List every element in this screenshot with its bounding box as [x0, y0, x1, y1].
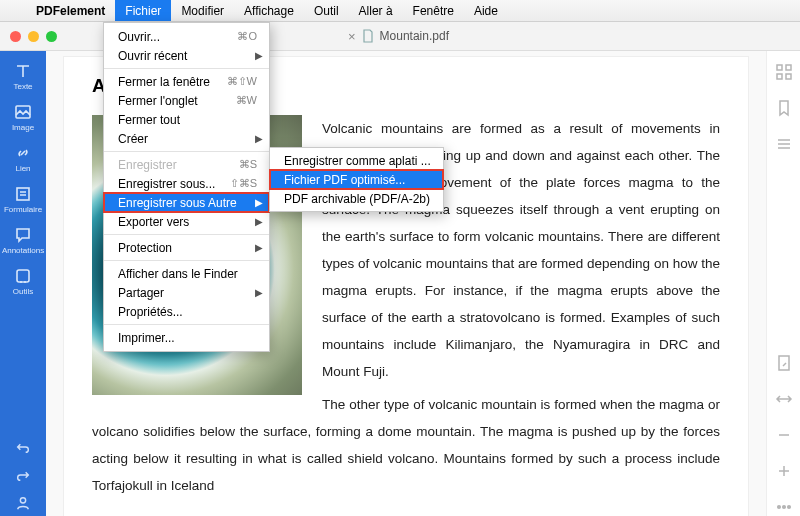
text-icon [14, 62, 32, 80]
menu-item-label: Enregistrer sous Autre [118, 196, 257, 210]
menu-item[interactable]: Ouvrir...⌘O [104, 27, 269, 46]
annotations-icon [14, 226, 32, 244]
form-icon [14, 185, 32, 203]
file-menu-dropdown: Ouvrir...⌘OOuvrir récent▶Fermer la fenêt… [103, 22, 270, 352]
menu-shortcut: ⌘W [236, 94, 257, 107]
menu-item-label: Afficher dans le Finder [118, 267, 257, 281]
svg-rect-4 [777, 65, 782, 70]
submenu-item[interactable]: Fichier PDF optimisé... [270, 170, 443, 189]
menu-fenetre[interactable]: Fenêtre [403, 0, 464, 21]
sidebar-item-texte[interactable]: Texte [3, 57, 43, 96]
save-as-other-submenu: Enregistrer comme aplati ...Fichier PDF … [269, 147, 444, 212]
right-panel-strip [766, 51, 800, 516]
mac-menubar: PDFelement Fichier Modifier Affichage Ou… [0, 0, 800, 22]
menu-shortcut: ⌘S [239, 158, 257, 171]
svg-rect-1 [17, 188, 29, 200]
menu-item[interactable]: Fermer la fenêtre⌘⇧W [104, 72, 269, 91]
menu-item[interactable]: Partager▶ [104, 283, 269, 302]
svg-point-11 [787, 506, 790, 509]
sidebar-item-label: Formulaire [4, 205, 42, 214]
zoom-in-icon[interactable] [775, 462, 793, 480]
menu-item-label: Exporter vers [118, 215, 257, 229]
zoom-window-button[interactable] [46, 31, 57, 42]
svg-point-10 [782, 506, 785, 509]
submenu-item[interactable]: PDF archivable (PDF/A-2b) [270, 189, 443, 208]
menu-item[interactable]: Enregistrer sous Autre▶ [104, 193, 269, 212]
menu-item-label: Protection [118, 241, 257, 255]
svg-point-3 [20, 498, 25, 503]
link-icon [14, 144, 32, 162]
bookmark-icon[interactable] [775, 99, 793, 117]
minimize-window-button[interactable] [28, 31, 39, 42]
sidebar-item-label: Annotations [2, 246, 44, 255]
image-icon [14, 103, 32, 121]
sidebar-item-annotations[interactable]: Annotations [3, 221, 43, 260]
sidebar-item-lien[interactable]: Lien [3, 139, 43, 178]
submenu-arrow-icon: ▶ [255, 216, 263, 227]
menu-shortcut: ⌘⇧W [227, 75, 257, 88]
svg-rect-7 [786, 74, 791, 79]
menu-shortcut: ⌘O [237, 30, 257, 43]
submenu-arrow-icon: ▶ [255, 287, 263, 298]
sidebar-item-label: Lien [15, 164, 30, 173]
outline-icon[interactable] [775, 135, 793, 153]
menu-shortcut: ⇧⌘S [230, 177, 257, 190]
menu-aide[interactable]: Aide [464, 0, 508, 21]
app-name[interactable]: PDFelement [26, 4, 115, 18]
menu-item[interactable]: Protection▶ [104, 238, 269, 257]
menu-item-label: Fermer tout [118, 113, 257, 127]
menu-item[interactable]: Afficher dans le Finder [104, 264, 269, 283]
page-nav-icon[interactable] [775, 354, 793, 372]
close-tab-icon[interactable]: × [348, 29, 356, 44]
left-sidebar: Texte Image Lien Formulaire Annotations … [0, 51, 46, 516]
file-icon [362, 29, 374, 43]
svg-rect-6 [777, 74, 782, 79]
menu-item-label: Enregistrer [118, 158, 239, 172]
menu-item-label: Ouvrir récent [118, 49, 257, 63]
svg-rect-8 [779, 356, 789, 370]
sidebar-item-label: Image [12, 123, 34, 132]
menu-item[interactable]: Ouvrir récent▶ [104, 46, 269, 65]
document-tab[interactable]: × Mountain.pdf [348, 29, 449, 44]
menu-item-label: Imprimer... [118, 331, 257, 345]
menu-item-label: Partager [118, 286, 257, 300]
menu-item[interactable]: Propriétés... [104, 302, 269, 321]
svg-point-9 [777, 506, 780, 509]
menu-item[interactable]: Enregistrer sous...⇧⌘S [104, 174, 269, 193]
menu-item-label: Propriétés... [118, 305, 257, 319]
sidebar-user-icon[interactable] [3, 490, 43, 516]
window-controls [0, 31, 57, 42]
menu-item[interactable]: Fermer tout [104, 110, 269, 129]
sidebar-undo-icon[interactable] [3, 434, 43, 460]
close-window-button[interactable] [10, 31, 21, 42]
thumbnails-icon[interactable] [775, 63, 793, 81]
svg-rect-2 [17, 270, 29, 282]
more-icon[interactable] [775, 498, 793, 516]
fit-width-icon[interactable] [775, 390, 793, 408]
paragraph: The other type of volcanic mountain is f… [92, 391, 720, 499]
zoom-out-icon[interactable] [775, 426, 793, 444]
sidebar-item-outils[interactable]: Outils [3, 262, 43, 301]
menu-outil[interactable]: Outil [304, 0, 349, 21]
menu-modifier[interactable]: Modifier [171, 0, 234, 21]
submenu-arrow-icon: ▶ [255, 197, 263, 208]
menu-item-label: Enregistrer sous... [118, 177, 230, 191]
sidebar-item-formulaire[interactable]: Formulaire [3, 180, 43, 219]
menu-affichage[interactable]: Affichage [234, 0, 304, 21]
menu-fichier[interactable]: Fichier [115, 0, 171, 21]
menu-item[interactable]: Créer▶ [104, 129, 269, 148]
menu-item[interactable]: Exporter vers▶ [104, 212, 269, 231]
menu-item[interactable]: Imprimer... [104, 328, 269, 347]
menu-item: Enregistrer⌘S [104, 155, 269, 174]
menu-allera[interactable]: Aller à [349, 0, 403, 21]
submenu-item[interactable]: Enregistrer comme aplati ... [270, 151, 443, 170]
sidebar-item-label: Texte [13, 82, 32, 91]
menu-item-label: Fermer l'onglet [118, 94, 236, 108]
sidebar-item-label: Outils [13, 287, 33, 296]
sidebar-redo-icon[interactable] [3, 462, 43, 488]
menu-item-label: Fermer la fenêtre [118, 75, 227, 89]
submenu-arrow-icon: ▶ [255, 242, 263, 253]
menu-item-label: Créer [118, 132, 257, 146]
sidebar-item-image[interactable]: Image [3, 98, 43, 137]
menu-item[interactable]: Fermer l'onglet⌘W [104, 91, 269, 110]
